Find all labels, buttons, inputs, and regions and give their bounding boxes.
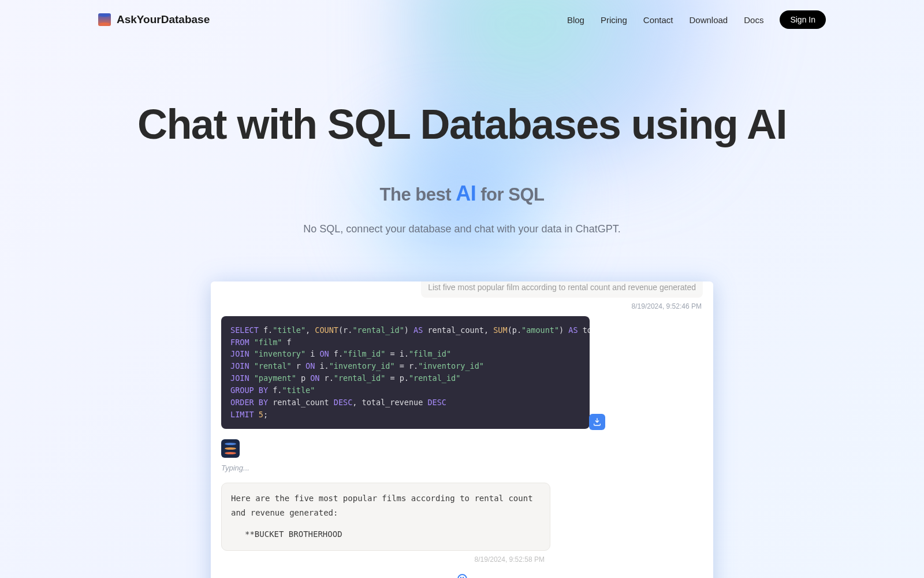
header: AskYourDatabase Blog Pricing Contact Dow… <box>0 0 924 39</box>
logo-group[interactable]: AskYourDatabase <box>98 13 210 26</box>
user-message: List five most popular film according to… <box>421 281 703 298</box>
response-intro: Here are the five most popular films acc… <box>231 491 541 520</box>
logo-icon <box>98 13 111 26</box>
hero-sub-suffix: for SQL <box>476 184 544 205</box>
signin-button[interactable]: Sign In <box>780 10 826 29</box>
timestamp-bot: 8/19/2024, 9:52:58 PM <box>221 555 545 564</box>
hero: Chat with SQL Databases using AI The bes… <box>0 39 924 258</box>
timestamp-user: 8/19/2024, 9:52:46 PM <box>221 302 702 310</box>
pause-container <box>221 574 703 578</box>
bot-avatar <box>221 439 240 458</box>
nav-pricing[interactable]: Pricing <box>601 15 627 25</box>
nav-blog[interactable]: Blog <box>567 15 584 25</box>
hero-title: Chat with SQL Databases using AI <box>12 103 912 147</box>
hero-description: No SQL, connect your database and chat w… <box>12 223 912 235</box>
hero-sub-prefix: The best <box>380 184 456 205</box>
nav-docs[interactable]: Docs <box>744 15 763 25</box>
hero-sub-ai: AI <box>456 181 476 205</box>
sql-code-container: SELECT f."title", COUNT(r."rental_id") A… <box>221 316 590 429</box>
chat-demo: List five most popular film according to… <box>211 281 713 578</box>
sql-code-block: SELECT f."title", COUNT(r."rental_id") A… <box>221 316 590 429</box>
nav-download[interactable]: Download <box>690 15 728 25</box>
main-nav: Blog Pricing Contact Download Docs Sign … <box>567 10 826 29</box>
download-sql-button[interactable] <box>589 414 605 430</box>
response-item: **BUCKET BROTHERHOOD <box>231 527 541 542</box>
typing-indicator: Typing... <box>221 464 703 472</box>
pause-button[interactable] <box>457 574 467 578</box>
nav-contact[interactable]: Contact <box>643 15 673 25</box>
download-icon <box>593 417 602 427</box>
hero-subtitle: The best AI for SQL <box>12 181 912 206</box>
brand-name: AskYourDatabase <box>117 13 210 26</box>
bot-response: Here are the five most popular films acc… <box>221 483 550 551</box>
